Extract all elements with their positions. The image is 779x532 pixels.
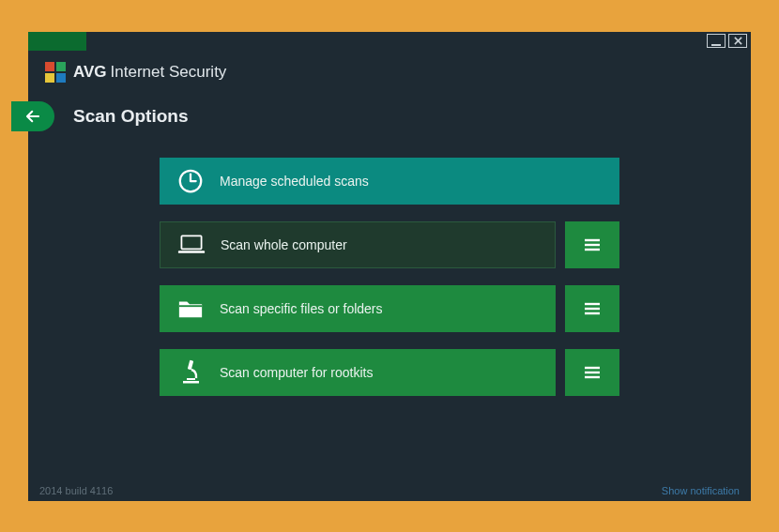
scan-rootkits-button[interactable]: Scan computer for rootkits [160, 349, 556, 396]
svg-rect-3 [56, 62, 66, 71]
footer: 2014 build 4116 Show notification [28, 480, 751, 501]
svg-rect-2 [45, 62, 54, 71]
arrow-left-icon [24, 108, 41, 125]
svg-rect-14 [179, 305, 202, 307]
build-info: 2014 build 4116 [39, 485, 113, 496]
titlebar [28, 32, 751, 51]
option-scan-rootkits: Scan computer for rootkits [160, 349, 619, 396]
scan-specific-files-menu-button[interactable] [565, 285, 619, 332]
manage-scheduled-scans-button[interactable]: Manage scheduled scans [160, 158, 619, 205]
scan-specific-files-button[interactable]: Scan specific files or folders [160, 285, 556, 332]
options-list: Manage scheduled scans Scan whole comput… [28, 133, 751, 480]
minimize-button[interactable] [707, 34, 726, 48]
option-scan-whole-computer: Scan whole computer [160, 221, 619, 268]
option-label: Scan computer for rootkits [220, 365, 373, 380]
scan-rootkits-menu-button[interactable] [565, 349, 619, 396]
show-notification-link[interactable]: Show notification [662, 485, 740, 496]
close-icon [734, 37, 742, 45]
option-scheduled-scans: Manage scheduled scans [160, 158, 619, 205]
scan-whole-computer-menu-button[interactable] [565, 221, 619, 268]
svg-rect-4 [45, 73, 54, 83]
product-name: Internet Security [111, 63, 227, 82]
option-scan-specific-files: Scan specific files or folders [160, 285, 619, 332]
clock-icon [175, 167, 206, 195]
svg-rect-9 [181, 236, 201, 249]
option-label: Scan whole computer [221, 237, 347, 252]
back-button[interactable] [11, 101, 54, 131]
option-label: Scan specific files or folders [220, 301, 383, 316]
hamburger-icon [583, 237, 602, 252]
laptop-icon [176, 234, 207, 256]
close-button[interactable] [728, 34, 747, 48]
header: AVG Internet Security [28, 51, 751, 90]
subheader: Scan Options [28, 99, 751, 133]
svg-rect-18 [188, 359, 193, 370]
page-title: Scan Options [73, 106, 188, 127]
hamburger-icon [583, 301, 602, 316]
hamburger-icon [583, 365, 602, 380]
svg-rect-20 [187, 378, 195, 380]
option-label: Manage scheduled scans [220, 174, 369, 189]
app-window: AVG Internet Security Scan Options Manag… [28, 32, 751, 501]
avg-logo-icon [45, 62, 66, 83]
svg-rect-19 [183, 381, 199, 384]
minimize-icon [711, 44, 721, 46]
scan-whole-computer-button[interactable]: Scan whole computer [160, 221, 556, 268]
microscope-icon [175, 359, 206, 386]
folder-icon [175, 297, 206, 320]
brand-name: AVG [73, 63, 107, 82]
svg-rect-5 [56, 73, 66, 83]
svg-rect-10 [178, 251, 205, 253]
